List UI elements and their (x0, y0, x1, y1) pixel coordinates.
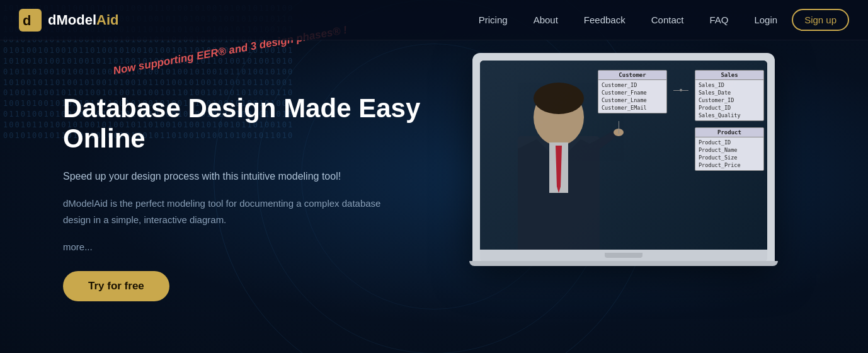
nav-about[interactable]: About (522, 9, 569, 30)
hero-section: Now supporting EER® and 3 design phases®… (0, 40, 868, 353)
er-product-fields: Product_ID Product_Name Product_Size Pro… (695, 137, 763, 170)
er-diagram: Customer Customer_ID Customer_Fname Cust… (598, 70, 764, 171)
er-bottom-row: Product Product_ID Product_Name Product_… (598, 127, 764, 171)
nav-contact[interactable]: Contact (640, 9, 695, 30)
er-product-wrapper: Product Product_ID Product_Name Product_… (619, 127, 764, 171)
nav-login[interactable]: Login (743, 9, 789, 30)
hero-text: Now supporting EER® and 3 design phases®… (63, 59, 472, 301)
laptop-screen-inner: Customer Customer_ID Customer_Fname Cust… (480, 61, 767, 250)
hero-title: Database Design Made Easy Online (63, 93, 472, 154)
svg-text:d: d (23, 13, 31, 28)
er-connector-1 (673, 89, 688, 91)
er-customer-box: Customer Customer_ID Customer_Fname Cust… (598, 70, 667, 113)
er-product-title: Product (695, 128, 763, 137)
more-link[interactable]: more... (63, 241, 472, 252)
er-product-box: Product Product_ID Product_Name Product_… (695, 127, 764, 171)
er-sales-title: Sales (695, 71, 763, 80)
hero-description: dModelAid is the perfect modeling tool f… (63, 195, 391, 228)
try-free-button[interactable]: Try for free (63, 271, 169, 301)
navbar: d dModelAid Pricing About Feedback Conta… (0, 0, 868, 40)
nav-feedback[interactable]: Feedback (573, 9, 637, 30)
signup-button[interactable]: Sign up (792, 9, 849, 31)
laptop-notch (605, 253, 642, 258)
nav-pricing[interactable]: Pricing (467, 9, 519, 30)
brand-name: dModelAid (48, 12, 118, 28)
er-customer-fields: Customer_ID Customer_Fname Customer_Lnam… (598, 80, 666, 113)
nav-faq[interactable]: FAQ (698, 9, 740, 30)
laptop-bottom-edge (469, 261, 778, 266)
hero-subtitle: Speed up your design process with this i… (63, 168, 391, 185)
laptop-base (480, 250, 767, 261)
laptop-outer: Customer Customer_ID Customer_Fname Cust… (472, 53, 775, 261)
logo-icon: d (19, 9, 42, 32)
er-sales-fields: Sales_ID Sales_Date Customer_ID Product_… (695, 80, 763, 120)
brand-logo[interactable]: d dModelAid (19, 9, 118, 32)
hero-laptop-image: Customer Customer_ID Customer_Fname Cust… (472, 53, 775, 266)
er-connector-2 (619, 121, 619, 134)
er-sales-box: Sales Sales_ID Sales_Date Customer_ID Pr… (695, 70, 764, 121)
svg-point-4 (534, 83, 584, 114)
nav-links: Pricing About Feedback Contact FAQ Login… (467, 9, 849, 31)
laptop-screen: Customer Customer_ID Customer_Fname Cust… (480, 61, 767, 250)
er-customer-title: Customer (598, 71, 666, 80)
